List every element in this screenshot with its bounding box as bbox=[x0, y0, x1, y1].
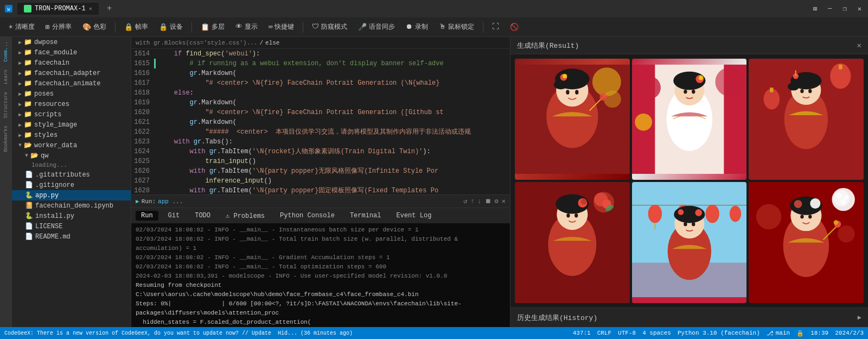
run-stop-btn[interactable]: ⏹ bbox=[485, 197, 492, 205]
collapse-arrow: ▶ bbox=[18, 39, 22, 46]
toolbar-device[interactable]: 🔒 设备 bbox=[155, 20, 187, 34]
statusbar-position[interactable]: 437:1 bbox=[573, 330, 591, 336]
panel-close-button[interactable]: ✕ bbox=[857, 41, 861, 50]
tree-item-install[interactable]: 🐍 install.py bbox=[12, 211, 131, 221]
terminal-line: 02/03/2024 18:08:02 - INFO - __main__ - … bbox=[136, 253, 506, 262]
tree-item-facechain[interactable]: ▶ 📁 facechain bbox=[12, 58, 131, 68]
loading-label: loading... bbox=[31, 162, 67, 168]
toolbar-multilayer[interactable]: 📋 多层 bbox=[196, 20, 229, 34]
maximize-button[interactable]: ❐ bbox=[841, 5, 849, 13]
toolbar-record[interactable]: ⏺ 录制 bbox=[401, 20, 432, 34]
result-image-1[interactable] bbox=[515, 59, 630, 180]
result-image-6[interactable] bbox=[749, 182, 864, 303]
run-settings-btn[interactable]: ⚙ bbox=[495, 197, 499, 205]
toolbar-resolution[interactable]: ⊞ 分辨率 bbox=[41, 20, 76, 34]
close-button[interactable]: ✕ bbox=[856, 5, 864, 13]
tree-item-ipynb[interactable]: 📔 facechain_demo.ipynb bbox=[12, 200, 131, 211]
terminal-content[interactable]: 02/03/2024 18:08:02 - INFO - __main__ - … bbox=[131, 223, 510, 327]
toolbar-mouse-lock[interactable]: 🖱 鼠标锁定 bbox=[435, 20, 478, 34]
statusbar-interpreter[interactable]: Python 3.10 (facechain) bbox=[678, 330, 760, 336]
statusbar-indent[interactable]: 4 spaces bbox=[642, 330, 671, 336]
toolbar-color[interactable]: 🎨 色彩 bbox=[78, 20, 111, 34]
minimize-button[interactable]: ⊞ bbox=[811, 5, 819, 13]
result-image-3[interactable] bbox=[749, 59, 864, 180]
toolbar-display[interactable]: 👁 显示 bbox=[231, 20, 262, 34]
result-image-4[interactable] bbox=[515, 182, 630, 303]
sidebar-item-learn[interactable]: Learn bbox=[2, 67, 10, 86]
terminal-tab-event[interactable]: Event Log bbox=[391, 211, 437, 221]
tree-item-worker-data[interactable]: ▼ 📂 worker_data bbox=[12, 140, 131, 150]
sidebar-item-comm[interactable]: Comm... bbox=[2, 39, 10, 64]
titlebar: W TRON-PROMAX-1 ✕ + ⊞ — ❐ ✕ bbox=[0, 0, 868, 17]
toolbar-voice-sync[interactable]: 🎤 语音同步 bbox=[354, 20, 399, 34]
statusbar-encoding[interactable]: UTF-8 bbox=[618, 330, 636, 336]
svg-point-49 bbox=[575, 214, 578, 217]
code-text[interactable]: if find_spec('webui'): # if running as a… bbox=[154, 49, 510, 194]
tree-item-gitattributes[interactable]: 📄 .gitattributes bbox=[12, 170, 131, 180]
statusbar-lock[interactable]: 🔒 bbox=[796, 330, 804, 337]
add-tab-button[interactable]: + bbox=[103, 2, 116, 15]
collapse-arrow: ▶ bbox=[18, 111, 22, 118]
history-section[interactable]: 历史生成结果(History) ▶ bbox=[510, 307, 868, 327]
result-image-5[interactable] bbox=[632, 182, 747, 303]
sidebar-item-bookmarks[interactable]: Bookmarks bbox=[2, 123, 10, 154]
toolbar-framerate[interactable]: 🔒 帧率 bbox=[120, 20, 152, 34]
folder-icon: 📂 bbox=[24, 141, 32, 149]
tree-label: facechain_demo.ipynb bbox=[35, 202, 113, 210]
terminal-tab-problems[interactable]: ⚠ Problems bbox=[220, 211, 270, 221]
tree-item-license[interactable]: 📄 LICENSE bbox=[12, 221, 131, 231]
tree-item-facechain-adapter[interactable]: ▶ 📁 facechain_adapter bbox=[12, 68, 131, 78]
toolbar-shortcuts-label: 快捷键 bbox=[275, 22, 294, 32]
tree-item-resources[interactable]: ▶ 📁 resources bbox=[12, 99, 131, 109]
toolbar-clarity[interactable]: ☀ 清晰度 bbox=[4, 20, 39, 34]
toolbar-fullscreen[interactable]: ⛶ bbox=[488, 21, 503, 33]
code-editor[interactable]: 1614 1615 1616 1617 1618 1619 1620 1621 … bbox=[131, 49, 510, 194]
terminal-tab-git[interactable]: Git bbox=[163, 211, 186, 221]
tree-item-poses[interactable]: ▶ 📁 poses bbox=[12, 89, 131, 99]
statusbar-branch[interactable]: ⎇ main bbox=[767, 330, 790, 337]
run-down-btn[interactable]: ↓ bbox=[477, 198, 481, 205]
tree-item-apppy[interactable]: 🐍 app.py bbox=[12, 190, 131, 200]
tree-item-dwpose[interactable]: ▶ 📁 dwpose bbox=[12, 37, 131, 47]
separator-2 bbox=[192, 22, 192, 33]
tree-label: dwpose bbox=[34, 39, 58, 46]
code-line: with gr.TabItem('\N{party popper}无限风格照像写… bbox=[158, 166, 510, 176]
toolbar-shortcuts[interactable]: ⌨ 快捷键 bbox=[264, 20, 299, 34]
file-icon-py: 🐍 bbox=[25, 191, 33, 199]
result-image-2[interactable] bbox=[632, 59, 747, 180]
statusbar-eol[interactable]: CRLF bbox=[597, 330, 611, 336]
tree-item-scripts[interactable]: ▶ 📁 scripts bbox=[12, 109, 131, 120]
run-controls: ↺ ↑ ↓ ⏹ ⚙ ✕ bbox=[463, 197, 506, 205]
terminal-tab-todo[interactable]: TODO bbox=[189, 211, 216, 221]
statusbar-notification[interactable]: CodeGeeX: There is a new version of Code… bbox=[4, 330, 353, 336]
code-line: gr.Markdown( bbox=[158, 68, 510, 78]
run-up-btn[interactable]: ↑ bbox=[470, 198, 474, 205]
tree-item-qw[interactable]: ▼ 📂 qw bbox=[12, 150, 131, 161]
tree-item-gitignore[interactable]: 📄 .gitignore bbox=[12, 180, 131, 190]
active-tab[interactable]: TRON-PROMAX-1 ✕ bbox=[17, 3, 99, 15]
tree-label: .gitignore bbox=[35, 181, 74, 189]
terminal-tab-terminal[interactable]: Terminal bbox=[344, 211, 387, 221]
tree-item-readme[interactable]: 📄 README.md bbox=[12, 231, 131, 242]
toolbar-privacy[interactable]: 🛡 防窥模式 bbox=[308, 20, 352, 34]
run-close-btn[interactable]: ✕ bbox=[502, 197, 506, 205]
terminal-tab-python[interactable]: Python Console bbox=[275, 211, 340, 221]
restore-button[interactable]: — bbox=[826, 5, 834, 12]
tree-label: install.py bbox=[35, 212, 74, 220]
window-icon-group: W bbox=[4, 4, 13, 13]
sidebar-item-structure[interactable]: Structure bbox=[2, 90, 10, 121]
window-controls: ⊞ — ❐ ✕ bbox=[811, 5, 864, 13]
tree-item-style-image[interactable]: ▶ 📁 style_image bbox=[12, 120, 131, 130]
tree-item-styles[interactable]: ▶ 📁 styles bbox=[12, 130, 131, 140]
tree-item-facechain-animate[interactable]: ▶ 📁 facechain_animate bbox=[12, 78, 131, 89]
toolbar-block[interactable]: 🚫 bbox=[506, 21, 523, 34]
terminal-tab-run[interactable]: Run bbox=[136, 211, 158, 221]
tree-item-face-module[interactable]: ▶ 📁 face_module bbox=[12, 47, 131, 58]
svg-point-16 bbox=[715, 67, 744, 96]
run-restart-btn[interactable]: ↺ bbox=[463, 197, 467, 205]
shield-icon: 🛡 bbox=[312, 23, 319, 31]
terminal-line: Resuming from checkpoint C:\Users\aorus\… bbox=[136, 281, 506, 299]
svg-point-64 bbox=[684, 222, 687, 226]
tab-close-button[interactable]: ✕ bbox=[89, 5, 92, 12]
run-label: ▶ Run: app ... bbox=[136, 198, 183, 205]
